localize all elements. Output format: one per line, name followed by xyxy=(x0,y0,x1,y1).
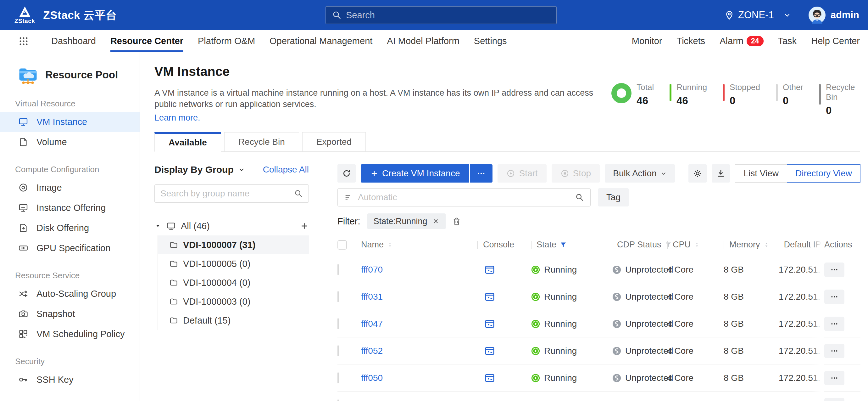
zone-selector[interactable]: ZONE-1 xyxy=(724,9,791,21)
row-actions-button[interactable] xyxy=(824,317,844,331)
row-actions-button[interactable] xyxy=(824,262,844,277)
learn-more-link[interactable]: Learn more. xyxy=(154,113,200,123)
sidebar-item-gpu-specification[interactable]: GPU Specification xyxy=(0,238,140,258)
list-view-button[interactable]: List View xyxy=(735,164,787,182)
group-search[interactable] xyxy=(154,184,309,203)
user-menu[interactable]: admin xyxy=(809,7,859,24)
tree-node-group[interactable]: VDI-1000004 (0) xyxy=(158,273,309,292)
vm-search-input[interactable] xyxy=(358,192,575,202)
display-by-group-dropdown[interactable]: Display By Group xyxy=(154,164,245,175)
tab-available[interactable]: Available xyxy=(154,132,221,152)
row-actions-button[interactable] xyxy=(824,290,844,304)
nav-resource-center[interactable]: Resource Center xyxy=(111,30,183,52)
vm-name-link[interactable]: fff081 xyxy=(361,400,477,401)
vm-name-link[interactable]: fff070 xyxy=(361,265,477,275)
sidebar-item-vm-scheduling-policy[interactable]: VM Scheduling Policy xyxy=(0,324,140,344)
row-checkbox[interactable] xyxy=(337,345,339,356)
row-checkbox[interactable] xyxy=(337,264,339,275)
start-button[interactable]: Start xyxy=(498,164,546,182)
select-all-checkbox[interactable] xyxy=(337,240,347,250)
column-header-name[interactable]: Name xyxy=(361,240,477,250)
row-checkbox[interactable] xyxy=(337,399,339,401)
sidebar-item-image[interactable]: Image xyxy=(0,177,140,198)
column-header-state[interactable]: State xyxy=(531,240,612,250)
row-actions-button[interactable] xyxy=(824,344,844,358)
nav-help-center[interactable]: Help Center xyxy=(811,30,860,52)
directory-view-button[interactable]: Directory View xyxy=(787,164,861,182)
tag-button[interactable]: Tag xyxy=(598,188,629,206)
sort-icon[interactable] xyxy=(763,242,770,248)
stat-label: Total xyxy=(637,83,654,92)
console-icon[interactable] xyxy=(484,264,495,275)
console-icon[interactable] xyxy=(484,318,495,329)
global-search[interactable] xyxy=(326,6,557,24)
tree-node-group[interactable]: Default (15) xyxy=(158,311,309,330)
caret-down-icon[interactable] xyxy=(154,223,161,229)
sidebar-item-volume[interactable]: Volume xyxy=(0,132,140,152)
vm-name-link[interactable]: fff050 xyxy=(361,373,477,383)
close-icon[interactable] xyxy=(432,218,439,225)
sidebar-item-ssh-key[interactable]: SSH Key xyxy=(0,370,140,390)
tree-node-group[interactable]: VDI-1000005 (0) xyxy=(158,254,309,273)
state-text: Running xyxy=(544,373,577,383)
resource-pool-header[interactable]: Resource Pool xyxy=(0,64,140,86)
nav-task[interactable]: Task xyxy=(778,30,797,52)
vm-name-link[interactable]: fff047 xyxy=(361,319,477,329)
search-icon[interactable] xyxy=(575,193,584,202)
console-icon[interactable] xyxy=(484,346,495,356)
tab-exported[interactable]: Exported xyxy=(302,132,366,152)
refresh-button[interactable] xyxy=(337,164,356,182)
nav-platform-om[interactable]: Platform O&M xyxy=(198,30,255,52)
sidebar-item-vm-instance[interactable]: VM Instance xyxy=(0,112,140,132)
global-search-input[interactable] xyxy=(346,10,550,21)
nav-tickets[interactable]: Tickets xyxy=(677,30,705,52)
sidebar-item-disk-offering[interactable]: Disk Offering xyxy=(0,218,140,238)
bulk-action-button[interactable]: Bulk Action xyxy=(605,164,675,182)
nav-operational-management[interactable]: Operational Management xyxy=(270,30,372,52)
tree-node-group[interactable]: VDI-1000007 (31) xyxy=(158,235,309,254)
sidebar-item-snapshot[interactable]: Snapshot xyxy=(0,304,140,324)
sidebar-item-instance-offering[interactable]: Instance Offering xyxy=(0,198,140,218)
table-settings-button[interactable] xyxy=(688,164,707,182)
group-search-input[interactable] xyxy=(160,189,284,199)
row-checkbox[interactable] xyxy=(337,372,339,383)
collapse-all-link[interactable]: Collapse All xyxy=(263,165,309,175)
stop-button[interactable]: Stop xyxy=(552,164,600,182)
apps-grid-icon[interactable] xyxy=(18,30,29,52)
row-actions-button[interactable] xyxy=(824,398,844,401)
more-actions-button[interactable] xyxy=(470,164,493,182)
sidebar-item-auto-scaling-group[interactable]: Auto-Scaling Group xyxy=(0,284,140,304)
nav-settings[interactable]: Settings xyxy=(474,30,507,52)
column-header-cpu[interactable]: CPU xyxy=(667,240,724,250)
zstack-logo[interactable]: ZStack xyxy=(14,6,35,25)
sidebar-item-label: Snapshot xyxy=(36,309,75,319)
tree-node-all[interactable]: All (46) xyxy=(154,217,309,235)
console-icon[interactable] xyxy=(484,373,495,383)
sort-icon[interactable] xyxy=(387,242,393,248)
column-header-memory[interactable]: Memory xyxy=(724,240,779,250)
vm-name-link[interactable]: fff052 xyxy=(361,346,477,356)
add-group-icon[interactable] xyxy=(300,222,309,230)
nav-monitor[interactable]: Monitor xyxy=(632,30,662,52)
create-vm-button[interactable]: Create VM Instance xyxy=(361,164,469,182)
chevron-down-icon xyxy=(238,166,245,173)
vm-search[interactable] xyxy=(337,188,591,206)
row-checkbox[interactable] xyxy=(337,291,339,302)
vm-name-link[interactable]: fff031 xyxy=(361,292,477,302)
tab-recycle-bin[interactable]: Recycle Bin xyxy=(224,132,299,152)
search-icon[interactable] xyxy=(294,189,303,198)
filter-funnel-icon-active[interactable] xyxy=(559,241,567,249)
nav-ai-model-platform[interactable]: AI Model Platform xyxy=(387,30,459,52)
column-header-cdp-status[interactable]: CDP Status xyxy=(612,240,667,250)
tree-node-group[interactable]: VDI-1000003 (0) xyxy=(158,292,309,311)
export-button[interactable] xyxy=(712,164,730,182)
nav-alarm[interactable]: Alarm 24 xyxy=(719,30,763,52)
nav-dashboard[interactable]: Dashboard xyxy=(51,30,96,52)
gear-icon xyxy=(693,169,702,178)
console-icon[interactable] xyxy=(484,291,495,302)
console-icon[interactable] xyxy=(484,400,495,401)
sort-icon[interactable] xyxy=(694,242,700,248)
row-actions-button[interactable] xyxy=(824,371,844,385)
clear-filters-trash-icon[interactable] xyxy=(452,217,461,226)
row-checkbox[interactable] xyxy=(337,318,339,329)
